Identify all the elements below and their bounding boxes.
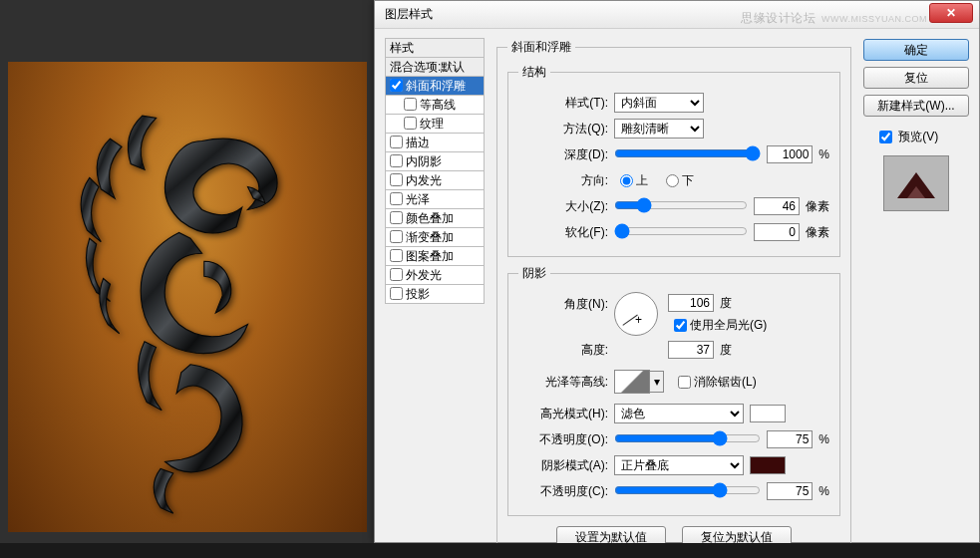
effect-grad-overlay[interactable]: 渐变叠加 <box>385 227 485 247</box>
antialias-check[interactable] <box>678 376 691 389</box>
layer-style-dialog: 图层样式 思缘设计论坛WWW.MISSYUAN.COM ✕ 样式 混合选项:默认… <box>374 0 980 543</box>
gloss-contour-picker[interactable] <box>614 370 650 394</box>
shadow-opacity-input[interactable] <box>767 482 813 500</box>
size-label: 大小(Z): <box>518 198 614 215</box>
structure-group: 结构 样式(T): 内斜面 方法(Q): 雕刻清晰 深度(D): % <box>507 64 840 257</box>
effect-stroke[interactable]: 描边 <box>385 133 485 152</box>
new-style-button[interactable]: 新建样式(W)... <box>863 95 969 117</box>
highlight-color-swatch[interactable] <box>750 405 786 422</box>
highlight-mode-label: 高光模式(H): <box>518 406 614 422</box>
chevron-down-icon[interactable]: ▾ <box>650 371 664 393</box>
bottom-strip <box>0 543 980 558</box>
shadow-opacity-label: 不透明度(C): <box>518 483 614 500</box>
direction-down-radio[interactable] <box>666 174 679 187</box>
size-input[interactable] <box>754 197 800 215</box>
size-slider[interactable] <box>614 197 748 213</box>
close-icon: ✕ <box>946 6 956 20</box>
effect-satin[interactable]: 光泽 <box>385 189 485 209</box>
direction-label: 方向: <box>518 172 614 189</box>
soften-label: 软化(F): <box>518 224 614 241</box>
soften-slider[interactable] <box>614 223 748 239</box>
highlight-mode-select[interactable]: 滤色 <box>614 404 744 423</box>
technique-label: 方法(Q): <box>518 121 614 138</box>
right-button-column: 确定 复位 新建样式(W)... 预览(V) <box>857 39 969 532</box>
soften-input[interactable] <box>754 223 800 241</box>
shadow-opacity-slider[interactable] <box>614 482 761 498</box>
effect-texture-check[interactable] <box>404 117 417 130</box>
angle-dial[interactable]: + <box>614 292 658 336</box>
canvas-area <box>0 0 379 543</box>
panel-fieldset: 斜面和浮雕 结构 样式(T): 内斜面 方法(Q): 雕刻清晰 深度(D): <box>496 39 851 558</box>
preview-label: 预览(V) <box>898 130 938 143</box>
highlight-opacity-label: 不透明度(O): <box>518 431 614 448</box>
settings-panel: 斜面和浮雕 结构 样式(T): 内斜面 方法(Q): 雕刻清晰 深度(D): <box>490 39 857 532</box>
altitude-input[interactable] <box>668 341 714 359</box>
effect-color-overlay[interactable]: 颜色叠加 <box>385 208 485 228</box>
highlight-opacity-input[interactable] <box>767 430 813 448</box>
shadow-color-swatch[interactable] <box>750 456 786 474</box>
angle-label: 角度(N): <box>518 292 614 313</box>
shadow-mode-label: 阴影模式(A): <box>518 457 614 474</box>
dialog-title: 图层样式 <box>385 7 433 21</box>
cancel-button[interactable]: 复位 <box>863 67 969 89</box>
effect-inner-glow[interactable]: 内发光 <box>385 170 485 190</box>
effect-pat-overlay[interactable]: 图案叠加 <box>385 246 485 266</box>
watermark: 思缘设计论坛WWW.MISSYUAN.COM <box>741 5 927 32</box>
close-button[interactable]: ✕ <box>929 3 973 23</box>
style-select[interactable]: 内斜面 <box>614 93 704 113</box>
effect-bevel-check[interactable] <box>390 79 403 92</box>
depth-slider[interactable] <box>614 145 761 161</box>
style-label: 样式(T): <box>518 95 614 112</box>
effect-contour[interactable]: 等高线 <box>385 95 485 115</box>
effect-contour-check[interactable] <box>404 98 417 111</box>
depth-label: 深度(D): <box>518 146 614 163</box>
highlight-opacity-slider[interactable] <box>614 430 761 446</box>
altitude-label: 高度: <box>518 342 614 359</box>
shadow-mode-select[interactable]: 正片叠底 <box>614 455 744 475</box>
preview-check[interactable] <box>879 131 892 143</box>
panel-title: 斜面和浮雕 <box>507 39 575 56</box>
effect-texture[interactable]: 纹理 <box>385 114 485 134</box>
global-light-check[interactable] <box>674 319 687 332</box>
angle-input[interactable] <box>668 294 714 312</box>
styles-header[interactable]: 样式 <box>385 38 485 58</box>
effect-bevel[interactable]: 斜面和浮雕 <box>385 76 485 96</box>
dialog-titlebar[interactable]: 图层样式 思缘设计论坛WWW.MISSYUAN.COM ✕ <box>375 1 979 29</box>
depth-input[interactable] <box>767 145 813 163</box>
blend-options-row[interactable]: 混合选项:默认 <box>385 57 485 77</box>
styles-list: 样式 混合选项:默认 斜面和浮雕 等高线 纹理 描边 内阴影 内发光 光泽 颜色… <box>385 39 485 532</box>
direction-up-radio[interactable] <box>620 174 633 187</box>
effect-inner-shadow[interactable]: 内阴影 <box>385 151 485 171</box>
technique-select[interactable]: 雕刻清晰 <box>614 119 704 139</box>
preview-thumbnail <box>883 155 949 211</box>
effect-outer-glow[interactable]: 外发光 <box>385 265 485 285</box>
shading-group: 阴影 角度(N): + 度 <box>507 265 840 516</box>
dragon-artwork <box>76 104 305 522</box>
ok-button[interactable]: 确定 <box>863 39 969 61</box>
gloss-contour-label: 光泽等高线: <box>518 374 614 391</box>
effect-drop-shadow[interactable]: 投影 <box>385 284 485 304</box>
